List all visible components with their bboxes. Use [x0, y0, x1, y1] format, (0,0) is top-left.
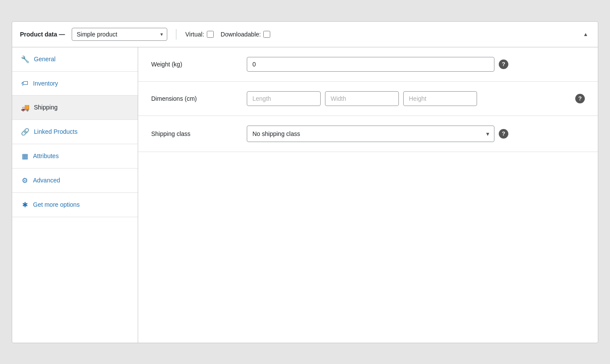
- dimensions-help-icon[interactable]: ?: [575, 94, 585, 103]
- dimensions-label: Dimensions (cm): [151, 95, 238, 102]
- virtual-label-text: Virtual:: [185, 31, 204, 38]
- attributes-icon: ▦: [21, 152, 29, 160]
- shipping-class-help-icon[interactable]: ?: [499, 129, 508, 139]
- sidebar-item-get-more-options[interactable]: ✱ Get more options: [12, 193, 138, 217]
- product-data-title: Product data —: [20, 31, 65, 38]
- sidebar-item-inventory[interactable]: 🏷 Inventory: [12, 72, 138, 96]
- downloadable-checkbox[interactable]: [263, 31, 270, 38]
- gear-icon: ⚙: [21, 176, 29, 185]
- star-icon: ✱: [21, 201, 29, 209]
- product-type-wrapper[interactable]: Simple product Variable product Grouped …: [72, 28, 167, 41]
- tag-icon: 🏷: [21, 79, 29, 87]
- weight-label: Weight (kg): [151, 61, 238, 68]
- sidebar-label-inventory: Inventory: [33, 80, 58, 87]
- shipping-class-input-wrapper: No shipping class ?: [247, 126, 585, 142]
- shipping-class-select-wrapper[interactable]: No shipping class: [247, 126, 494, 142]
- product-type-select[interactable]: Simple product Variable product Grouped …: [72, 28, 167, 41]
- dimensions-row: Dimensions (cm) ?: [138, 82, 598, 116]
- downloadable-label[interactable]: Downloadable:: [221, 31, 271, 38]
- width-input[interactable]: [325, 91, 399, 106]
- sidebar-item-shipping[interactable]: 🚚 Shipping: [12, 96, 138, 120]
- product-data-body: 🔧 General 🏷 Inventory 🚚 Shipping 🔗 Linke…: [12, 47, 598, 343]
- truck-icon: 🚚: [21, 103, 30, 112]
- downloadable-label-text: Downloadable:: [221, 31, 261, 38]
- weight-input-wrapper: ?: [247, 57, 585, 72]
- product-data-header: Product data — Simple product Variable p…: [12, 22, 598, 47]
- sidebar-label-general: General: [34, 56, 56, 63]
- main-content: Weight (kg) ? Dimensions (cm) ?: [138, 47, 598, 343]
- sidebar-label-get-more-options: Get more options: [33, 201, 80, 208]
- dimensions-input-wrapper: ?: [247, 91, 585, 106]
- sidebar-item-attributes[interactable]: ▦ Attributes: [12, 144, 138, 169]
- sidebar-item-general[interactable]: 🔧 General: [12, 47, 138, 72]
- sidebar-item-advanced[interactable]: ⚙ Advanced: [12, 169, 138, 193]
- wrench-icon: 🔧: [21, 55, 30, 63]
- sidebar-label-shipping: Shipping: [34, 104, 58, 111]
- link-icon: 🔗: [21, 128, 30, 136]
- sidebar-item-linked-products[interactable]: 🔗 Linked Products: [12, 120, 138, 144]
- sidebar-label-attributes: Attributes: [33, 152, 59, 159]
- weight-input[interactable]: [247, 57, 494, 72]
- length-input[interactable]: [247, 91, 321, 106]
- dimensions-inputs: [247, 91, 571, 106]
- collapse-button[interactable]: ▲: [581, 30, 590, 39]
- weight-help-icon[interactable]: ?: [499, 60, 508, 69]
- sidebar: 🔧 General 🏷 Inventory 🚚 Shipping 🔗 Linke…: [12, 47, 138, 343]
- shipping-class-select[interactable]: No shipping class: [247, 126, 494, 142]
- virtual-checkbox[interactable]: [207, 31, 214, 38]
- product-data-box: Product data — Simple product Variable p…: [12, 21, 598, 343]
- shipping-class-label: Shipping class: [151, 130, 238, 137]
- height-input[interactable]: [403, 91, 477, 106]
- weight-row: Weight (kg) ?: [138, 47, 598, 82]
- sidebar-label-advanced: Advanced: [33, 177, 60, 184]
- shipping-class-row: Shipping class No shipping class ?: [138, 116, 598, 152]
- header-divider: [176, 29, 176, 40]
- sidebar-label-linked-products: Linked Products: [34, 128, 77, 135]
- virtual-label[interactable]: Virtual:: [185, 31, 213, 38]
